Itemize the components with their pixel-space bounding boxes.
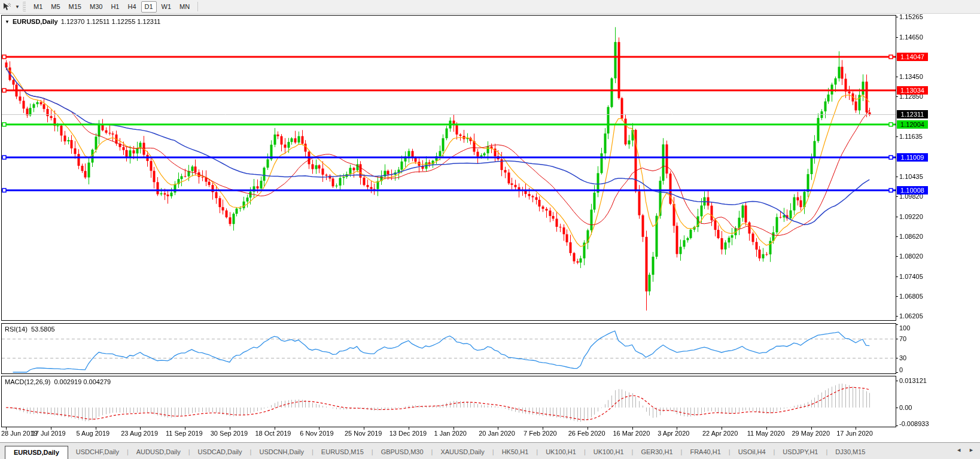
rsi-tick-label: 70 [899,335,977,342]
date-tick-label: 13 Dec 2019 [389,430,427,437]
rsi-name: RSI(14) [5,326,28,333]
date-tick-label: 3 Apr 2020 [658,430,689,437]
rsi-value: 53.5805 [31,326,55,333]
date-tick-label: 23 Aug 2019 [121,430,158,437]
chart-title: ▼ EURUSD,Daily 1.12370 1.12511 1.12255 1… [5,18,160,25]
chart-tab-eurusd-daily[interactable]: EURUSD,Daily [5,446,68,459]
date-tick-label: 29 May 2020 [792,430,830,437]
chart-tab-dj30-m15[interactable]: DJ30,M15 [827,446,873,457]
price-tick-label: 1.07405 [899,273,977,280]
price-tick-label: 1.15265 [899,13,977,20]
macd-values: 0.002919 0.004279 [54,378,111,385]
level-price-badge[interactable]: 1.14047 [897,53,928,61]
date-tick-label: 16 Mar 2020 [613,430,650,437]
chart-tab-eurusd-m15[interactable]: EURUSD,M15 [314,446,372,457]
date-tick-label: 11 May 2020 [747,430,785,437]
tab-scroll-arrows: ◄ ► [956,447,974,453]
level-price-badge[interactable]: 1.10008 [897,186,928,194]
rsi-label: RSI(14) 53.5805 [5,326,55,333]
price-tick-label: 1.09220 [899,213,977,220]
date-tick-label: 5 Aug 2019 [77,430,110,437]
chart-tab-usdjpy-h1[interactable]: USDJPY,H1 [775,446,826,457]
chart-tab-ger30-h1[interactable]: GER30,H1 [633,446,680,457]
tab-scroll-right-icon[interactable]: ► [969,447,974,453]
chart-ohlc-values: 1.12370 1.12511 1.12255 1.12311 [61,18,161,25]
chart-symbol: EURUSD,Daily [13,18,58,25]
chart-tabs: EURUSD,DailyUSDCHF,Daily|AUDUSD,Daily|US… [5,446,873,457]
chart-canvas[interactable] [0,0,980,459]
date-tick-label: 22 Apr 2020 [702,430,738,437]
price-tick-label: 1.10435 [899,173,977,180]
price-tick-label: 1.08620 [899,233,977,240]
tab-scroll-left-icon[interactable]: ◄ [956,447,961,453]
chart-tab-bar: EURUSD,DailyUSDCHF,Daily|AUDUSD,Daily|US… [0,442,980,459]
chart-tab-audusd-daily[interactable]: AUDUSD,Daily [129,446,188,457]
rsi-tick-label: 30 [899,354,977,361]
date-tick-label: 26 Feb 2020 [568,430,605,437]
price-tick-label: 1.08020 [899,253,977,260]
date-tick-label: 1 Jan 2020 [434,430,467,437]
macd-tick-label: 0.00 [899,404,977,411]
chart-tab-fra40-h1[interactable]: FRA40,H1 [682,446,728,457]
rsi-tick-label: 100 [899,324,977,332]
chart-tab-hk50-h1[interactable]: HK50,H1 [494,446,537,457]
chart-tab-usdcad-daily[interactable]: USDCAD,Daily [190,446,250,457]
date-tick-label: 25 Nov 2019 [345,430,382,437]
price-tick-label: 1.13450 [899,73,977,80]
chart-tab-usdcnh-daily[interactable]: USDCNH,Daily [251,446,312,457]
current-price-badge: 1.12311 [897,110,928,118]
date-tick-label: 20 Jan 2020 [479,430,515,437]
price-tick-label: 1.14650 [899,34,977,41]
price-tick-label: 1.06805 [899,293,977,300]
macd-tick-label: -0.008933 [899,420,977,427]
macd-tick-label: 0.013121 [899,377,977,384]
date-tick-label: 30 Sep 2019 [211,430,248,437]
macd-name: MACD(12,26,9) [5,378,50,385]
chart-tab-uk100-h1[interactable]: UK100,H1 [586,446,632,457]
date-tick-label: 17 Jul 2019 [32,430,66,437]
chart-title-dropdown-icon[interactable]: ▼ [5,19,10,25]
date-tick-label: 11 Sep 2019 [166,430,203,437]
price-tick-label: 1.11635 [899,133,977,140]
macd-label: MACD(12,26,9) 0.002919 0.004279 [5,378,111,385]
chart-tab-uk100-h1[interactable]: UK100,H1 [538,446,584,457]
chart-tab-gbpusd-m30[interactable]: GBPUSD,M30 [373,446,431,457]
level-price-badge[interactable]: 1.11009 [897,153,928,162]
chart-tab-xauusd-daily[interactable]: XAUUSD,Daily [433,446,492,457]
level-price-badge[interactable]: 1.12004 [897,120,928,129]
date-tick-label: 18 Oct 2019 [255,430,291,437]
date-tick-label: 17 Jun 2020 [836,430,873,437]
rsi-tick-label: 0 [899,366,977,373]
chart-tab-usdchf-daily[interactable]: USDCHF,Daily [68,446,127,457]
date-tick-label: 6 Nov 2019 [300,430,333,437]
chart-tab-usoil-h4[interactable]: USOil,H4 [731,446,774,457]
trading-terminal: ▼ M1M5M15M30H1H4D1W1MN ▼ EURUSD,Daily 1.… [0,0,980,459]
date-tick-label: 7 Feb 2020 [524,430,557,437]
level-price-badge[interactable]: 1.13034 [897,86,928,95]
price-tick-label: 1.06205 [899,312,977,320]
